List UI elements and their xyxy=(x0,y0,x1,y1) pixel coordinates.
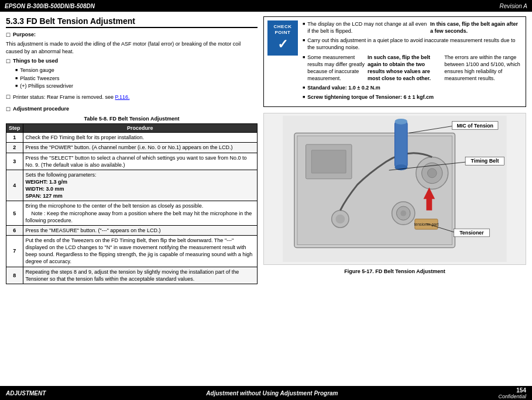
step-num: 8 xyxy=(6,267,23,284)
svg-rect-4 xyxy=(311,150,346,173)
step-procedure: Press the "POWER" button. (A channel num… xyxy=(23,143,257,153)
checkbox-icon-3: ☐ xyxy=(6,94,11,100)
things-to-use-row: ☐ Things to be used xyxy=(6,58,258,64)
checkpoint-list: The display on the LCD may not change at… xyxy=(303,20,522,101)
purpose-row: ☐ Purpose: xyxy=(6,32,258,38)
svg-text:Timing Belt: Timing Belt xyxy=(471,158,499,164)
col-header-procedure: Procedure xyxy=(23,124,257,133)
list-item: Plastic Tweezers xyxy=(15,75,258,83)
checkpoint-box: CHECK POINT ✓ The display on the LCD may… xyxy=(263,16,526,107)
checkmark-icon: ✓ xyxy=(277,37,288,52)
page-header: EPSON B-300/B-500DN/B-508DN Revision A xyxy=(0,0,532,12)
param-width: WIDTH: 3.0 mm xyxy=(26,186,64,192)
param-weight: WEIGHT: 1.3 g/m xyxy=(26,179,68,185)
svg-rect-13 xyxy=(395,122,408,167)
adjustment-procedure-label: Adjustment procedure xyxy=(13,106,69,112)
svg-point-10 xyxy=(400,211,406,216)
diagram-container: tensioner part MIC of Tension Timing Bel… xyxy=(263,113,526,265)
step-note: Note : Keep the microphone away from a p… xyxy=(26,211,252,223)
svg-text:Tensioner: Tensioner xyxy=(459,230,484,236)
svg-point-14 xyxy=(395,119,408,125)
checkbox-icon-2: ☐ xyxy=(6,58,11,64)
checkbox-icon: ☐ xyxy=(6,32,11,38)
checkpoint-label-2: POINT xyxy=(275,30,291,36)
step-procedure: Press the "SELECT" button to select a ch… xyxy=(23,153,257,170)
diagram-caption: Figure 5-17. FD Belt Tension Adjustment xyxy=(263,268,526,274)
table-row: 4 Sets the following parameters: WEIGHT:… xyxy=(6,170,258,201)
procedure-table: Step Procedure 1 Check the FD Timing Bel… xyxy=(6,123,258,284)
table-row: 5 Bring the microphone to the center of … xyxy=(6,201,258,225)
step-num: 4 xyxy=(6,170,23,201)
checkpoint-item: The display on the LCD may not change at… xyxy=(303,20,522,35)
step-procedure: Sets the following parameters: WEIGHT: 1… xyxy=(23,170,257,201)
table-row: 6 Press the "MEASURE" button. ("---" app… xyxy=(6,225,258,235)
footer-page: 154 xyxy=(516,387,526,394)
step-procedure: Check the FD Timing Belt for its proper … xyxy=(23,133,257,143)
printer-status-row: ☐ Printer status: Rear Frame is removed.… xyxy=(6,94,258,104)
checkpoint-label-1: CHECK xyxy=(274,24,292,30)
checkpoint-badge: CHECK POINT ✓ xyxy=(267,20,298,56)
purpose-label: Purpose: xyxy=(13,32,36,37)
tools-list: Tension gauge Plastic Tweezers (+) Phill… xyxy=(15,67,258,91)
step-num: 5 xyxy=(6,201,23,225)
things-label: Things to be used xyxy=(13,58,58,64)
list-item: Tension gauge xyxy=(15,67,258,75)
step-num: 6 xyxy=(6,225,23,235)
page-footer: ADJUSTMENT Adjustment without Using Adju… xyxy=(0,386,532,400)
footer-confidential: Confidential xyxy=(498,394,526,399)
table-row: 7 Put the ends of the Tweezers on the FD… xyxy=(6,235,258,267)
left-column: 5.3.3 FD Belt Tension Adjustment ☐ Purpo… xyxy=(6,16,258,381)
checkpoint-item: Carry out this adjustment in a quiet pla… xyxy=(303,37,522,51)
footer-center: Adjustment without Using Adjustment Prog… xyxy=(206,390,338,396)
checkpoint-item: Some measurement results may differ grea… xyxy=(303,54,522,82)
checkpoint-item: Standard value: 1.0 ± 0.2 N.m xyxy=(303,84,522,91)
step-num: 1 xyxy=(6,133,23,143)
section-title: 5.3.3 FD Belt Tension Adjustment xyxy=(6,16,258,28)
step-num: 7 xyxy=(6,235,23,267)
checkbox-icon-4: ☐ xyxy=(6,106,11,112)
right-column: CHECK POINT ✓ The display on the LCD may… xyxy=(263,16,526,381)
list-item: (+) Phillips screwdriver xyxy=(15,82,258,91)
printer-status-text: Printer status: Rear Frame is removed. s… xyxy=(13,94,129,101)
footer-left: ADJUSTMENT xyxy=(6,390,46,396)
step-procedure: Bring the microphone to the center of th… xyxy=(23,201,257,225)
step-num: 3 xyxy=(6,153,23,170)
table-row: 3 Press the "SELECT" button to select a … xyxy=(6,153,258,170)
svg-text:MIC of Tension: MIC of Tension xyxy=(457,123,494,129)
purpose-description: This adjustment is made to avoid the idl… xyxy=(6,40,258,55)
adjustment-procedure-row: ☐ Adjustment procedure xyxy=(6,106,258,112)
table-row: 2 Press the "POWER" button. (A channel n… xyxy=(6,143,258,153)
checkpoint-content: The display on the LCD may not change at… xyxy=(303,20,522,103)
main-content: 5.3.3 FD Belt Tension Adjustment ☐ Purpo… xyxy=(0,12,532,386)
col-header-step: Step xyxy=(6,124,23,133)
step-procedure: Press the "MEASURE" button. ("---" appea… xyxy=(23,225,257,235)
svg-point-7 xyxy=(427,169,437,178)
header-revision: Revision A xyxy=(500,3,527,9)
svg-point-12 xyxy=(336,215,345,224)
step-procedure: Put the ends of the Tweezers on the FD T… xyxy=(23,235,257,267)
table-row: 8 Repeating the steps 8 and 9, adjust th… xyxy=(6,267,258,284)
step-procedure: Repeating the steps 8 and 9, adjust the … xyxy=(23,267,257,284)
table-row: 1 Check the FD Timing Belt for its prope… xyxy=(6,133,258,143)
p116-link[interactable]: P.116. xyxy=(115,94,130,100)
diagram-svg: tensioner part MIC of Tension Timing Bel… xyxy=(266,116,523,262)
checkpoint-item: Screw tightening torque of Tensioner: 6 … xyxy=(303,94,522,101)
header-title: EPSON B-300/B-500DN/B-508DN xyxy=(5,3,95,9)
step-num: 2 xyxy=(6,143,23,153)
table-caption: Table 5-8. FD Belt Tension Adjustment xyxy=(6,116,258,122)
param-span: SPAN: 127 mm xyxy=(26,193,63,199)
footer-right: 154 Confidential xyxy=(498,387,526,399)
